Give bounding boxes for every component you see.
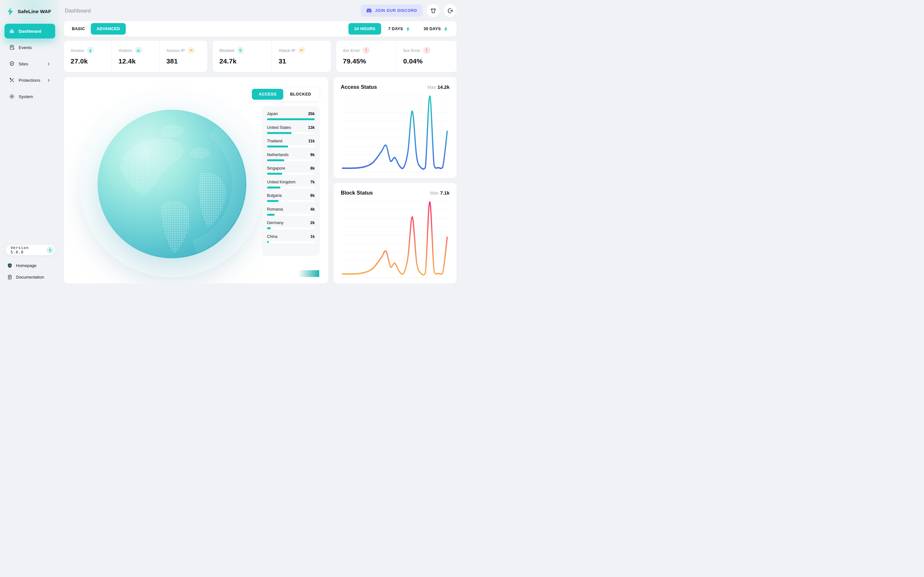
country-bar xyxy=(267,132,292,134)
homepage-link[interactable]: S Homepage xyxy=(5,260,55,271)
content-row: ACCESS BLOCKED Japan25k United States13k… xyxy=(64,77,457,284)
access-status-chart xyxy=(341,92,449,175)
log-out-icon xyxy=(447,8,453,14)
country-ranking-panel: Japan25k United States13k Thailand11k Ne… xyxy=(262,106,320,256)
homepage-label: Homepage xyxy=(16,263,37,268)
range-24-hours[interactable]: 24 HOURS xyxy=(349,23,381,35)
stats-row: Access 27.0k Visitors 12.4k xyxy=(64,41,457,72)
stat-4xx-error: 4xx Error ! 79.45% xyxy=(336,41,396,72)
update-arrow-icon xyxy=(47,247,53,253)
country-row-china: China1k xyxy=(267,234,315,243)
country-row-singapore: Singapore8k xyxy=(267,166,315,175)
gear-icon xyxy=(9,93,15,99)
logout-button[interactable] xyxy=(444,4,457,17)
sidebar-item-system[interactable]: System xyxy=(5,89,55,104)
documentation-link[interactable]: Documentation xyxy=(5,272,55,282)
sidebar-item-protections[interactable]: Protections xyxy=(5,73,55,87)
country-bar xyxy=(267,159,284,161)
map-tab-access[interactable]: ACCESS xyxy=(252,89,283,100)
stat-value: 27.0k xyxy=(71,57,108,65)
user-icon xyxy=(87,47,94,54)
sidebar: SafeLine WAF Dashboard Events xyxy=(0,0,60,288)
ip-badge: IP xyxy=(188,47,195,54)
stat-visitors: Visitors 12.4k xyxy=(111,41,159,72)
sidebar-item-events[interactable]: Events xyxy=(5,40,55,55)
map-mode-toggle: ACCESS BLOCKED xyxy=(250,87,320,102)
chart-max: Max14.2k xyxy=(427,84,449,90)
tab-basic[interactable]: BASIC xyxy=(66,23,91,35)
sidebar-item-sites[interactable]: Sites xyxy=(5,56,55,71)
stat-blocked: Blocked 24.7k xyxy=(213,41,271,72)
t-shirt-icon xyxy=(430,8,436,14)
users-icon xyxy=(135,47,142,54)
country-row-united-kingdom: United Kingdom7k xyxy=(267,180,315,189)
country-row-bulgaria: Bulgaria6k xyxy=(267,193,315,202)
stat-value: 79.45% xyxy=(343,57,393,65)
discord-icon xyxy=(366,8,372,14)
pro-lightning-icon xyxy=(443,26,449,32)
beacon-icon xyxy=(237,47,244,54)
block-status-card: Block Status Max7.1k xyxy=(334,183,457,284)
country-bar xyxy=(267,241,269,243)
access-status-card: Access Status Max14.2k xyxy=(334,77,457,178)
charts-column: Access Status Max14.2k Block Status Max7… xyxy=(334,77,457,284)
globe xyxy=(95,107,249,261)
svg-text:S: S xyxy=(9,264,11,266)
country-row-germany: Germany2k xyxy=(267,221,315,229)
stat-value: 12.4k xyxy=(118,57,156,65)
topbar-actions: JOIN OUR DISCORD xyxy=(360,4,457,17)
stat-value: 31 xyxy=(278,57,327,65)
sidebar-item-label: Sites xyxy=(19,61,28,66)
version-badge[interactable]: Version 5.0.0 xyxy=(6,245,55,255)
stat-label: Access IP xyxy=(166,48,185,53)
range-30-days[interactable]: 30 DAYS xyxy=(418,23,454,35)
app-name: SafeLine WAF xyxy=(18,9,51,15)
pro-lightning-icon xyxy=(405,26,411,32)
bar-chart-icon xyxy=(9,28,15,34)
safeline-logo-icon xyxy=(6,7,15,16)
map-tab-blocked[interactable]: BLOCKED xyxy=(283,89,318,100)
stat-value: 381 xyxy=(166,57,204,65)
country-row-romania: Romania4k xyxy=(267,207,315,216)
sidebar-item-label: Protections xyxy=(19,78,40,83)
country-row-netherlands: Netherlands9k xyxy=(267,153,315,161)
country-bar xyxy=(267,118,315,120)
version-label: Version 5.0.0 xyxy=(11,245,44,255)
country-bar xyxy=(267,187,280,189)
sidebar-item-label: Dashboard xyxy=(19,29,41,34)
traffic-stats-card: Access 27.0k Visitors 12.4k xyxy=(64,41,207,72)
chart-title: Block Status xyxy=(341,190,373,196)
sidebar-footer: Version 5.0.0 S Homepage xyxy=(5,245,55,282)
country-row-thailand: Thailand11k xyxy=(267,139,315,147)
time-range-group: 24 HOURS 7 DAYS 30 DAYS xyxy=(349,23,454,35)
dashboard-toolbar: BASIC ADVANCED 24 HOURS 7 DAYS 30 DAYS xyxy=(64,21,457,37)
join-discord-button[interactable]: JOIN OUR DISCORD xyxy=(360,5,423,17)
page-title: Dashboard xyxy=(65,8,91,14)
country-bar xyxy=(267,145,288,147)
shield-badge-icon: S xyxy=(7,263,13,268)
sidebar-item-label: Events xyxy=(19,45,32,50)
stat-value: 24.7k xyxy=(220,57,268,65)
stat-label: Attack IP xyxy=(278,48,295,53)
stat-label: Access xyxy=(71,48,84,53)
theme-button[interactable] xyxy=(427,4,439,17)
shield-check-icon xyxy=(9,61,15,67)
country-row-united-states: United States13k xyxy=(267,125,315,134)
discord-label: JOIN OUR DISCORD xyxy=(375,8,417,13)
tab-advanced[interactable]: ADVANCED xyxy=(91,23,126,35)
stat-label: Visitors xyxy=(118,48,132,53)
safeline-waf-app: SafeLine WAF Dashboard Events xyxy=(0,0,462,288)
chart-max: Max7.1k xyxy=(430,190,449,195)
topbar: Dashboard JOIN OUR DISCORD xyxy=(64,0,457,21)
range-7-days[interactable]: 7 DAYS xyxy=(383,23,417,35)
main-area: Dashboard JOIN OUR DISCORD xyxy=(60,0,462,288)
chart-title: Access Status xyxy=(341,84,377,90)
country-row-japan: Japan25k xyxy=(267,111,315,120)
sidebar-nav: Dashboard Events Sites xyxy=(5,24,55,104)
chevron-right-icon xyxy=(47,78,51,82)
stat-label: 4xx Error xyxy=(343,48,360,53)
world-map-card: ACCESS BLOCKED Japan25k United States13k… xyxy=(64,77,328,284)
stat-5xx-error: 5xx Error ! 0.04% xyxy=(396,41,457,72)
sidebar-item-dashboard[interactable]: Dashboard xyxy=(5,24,55,39)
sidebar-item-label: System xyxy=(19,94,33,99)
